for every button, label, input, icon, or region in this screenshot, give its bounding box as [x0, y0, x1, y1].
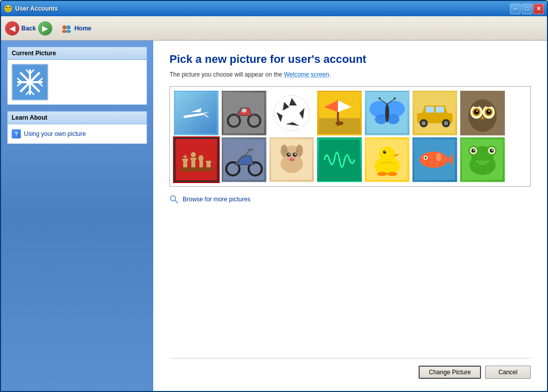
app-icon	[4, 5, 12, 13]
home-button[interactable]: Home	[60, 22, 91, 34]
description-text: The picture you choose will appear on th…	[169, 71, 284, 78]
svg-rect-107	[284, 150, 287, 150]
home-text[interactable]: Home	[75, 25, 91, 32]
toolbar: ◀ Back ▶ Home	[1, 16, 547, 41]
browse-link[interactable]: Browse for more pictures	[169, 195, 531, 204]
picture-item-car[interactable]	[413, 91, 457, 135]
forward-button[interactable]: ▶	[38, 21, 52, 35]
svg-point-143	[478, 160, 487, 165]
svg-point-68	[486, 110, 491, 115]
svg-point-103	[289, 154, 290, 155]
learn-about-section: Learn About ? Using your own picture	[7, 111, 147, 144]
picture-item-motorcycle[interactable]	[222, 91, 266, 135]
cancel-button[interactable]: Cancel	[485, 366, 531, 379]
search-icon	[169, 195, 179, 204]
picture-item-owl[interactable]	[460, 91, 505, 135]
picture-item-dirtbike[interactable]	[222, 137, 266, 182]
current-picture-section: Current Picture	[7, 47, 147, 105]
svg-point-141	[473, 150, 475, 151]
picture-item-fish[interactable]	[413, 137, 457, 182]
svg-point-41	[335, 121, 344, 125]
svg-point-69	[476, 111, 478, 112]
home-icon	[60, 22, 73, 34]
picture-item-airplane[interactable]	[174, 91, 219, 135]
maximize-button[interactable]: □	[522, 4, 532, 14]
svg-line-28	[252, 115, 254, 116]
title-bar: User Accounts ─ □ ✕	[1, 1, 547, 16]
svg-point-142	[492, 150, 493, 151]
svg-rect-19	[176, 93, 217, 133]
main-window: User Accounts ─ □ ✕ ◀ Back ▶ Home Cur	[0, 0, 548, 392]
svg-point-121	[387, 172, 397, 176]
svg-rect-95	[248, 149, 253, 151]
svg-point-120	[377, 172, 387, 176]
svg-point-116	[379, 147, 395, 163]
svg-point-51	[394, 97, 396, 99]
back-button[interactable]: ◀	[5, 21, 19, 35]
picture-item-butterfly[interactable]	[365, 91, 409, 135]
change-picture-button[interactable]: Change Picture	[419, 366, 481, 379]
svg-point-106	[289, 158, 294, 161]
picture-item-duck[interactable]	[365, 137, 409, 182]
description: The picture you choose will appear on th…	[169, 71, 531, 78]
svg-line-93	[253, 164, 255, 165]
picture-item-dog[interactable]	[269, 137, 314, 182]
svg-rect-77	[183, 160, 187, 167]
svg-point-50	[379, 97, 381, 99]
browse-text: Browse for more pictures	[183, 196, 250, 203]
picture-item-chess[interactable]	[174, 137, 219, 182]
svg-point-100	[296, 145, 303, 157]
current-picture-box	[12, 64, 48, 100]
svg-point-131	[436, 153, 441, 161]
svg-rect-80	[183, 156, 187, 157]
svg-rect-76	[180, 167, 213, 171]
svg-point-104	[295, 154, 296, 155]
svg-rect-86	[207, 162, 211, 167]
footer-buttons: Change Picture Cancel	[169, 358, 531, 379]
svg-rect-109	[284, 151, 287, 152]
svg-point-60	[444, 121, 448, 125]
svg-rect-87	[206, 161, 211, 163]
svg-rect-56	[436, 106, 444, 113]
svg-point-85	[198, 155, 203, 161]
svg-point-70	[489, 111, 490, 112]
picture-grid	[170, 87, 530, 186]
main-content: Current Picture	[1, 41, 547, 391]
learn-about-body: ? Using your own picture	[8, 124, 147, 144]
picture-item-soccer[interactable]	[269, 91, 314, 135]
svg-point-0	[5, 5, 12, 12]
minimize-button[interactable]: ─	[510, 4, 521, 14]
picture-item-beach[interactable]	[317, 91, 362, 135]
svg-point-4	[66, 25, 71, 29]
picture-item-wave[interactable]	[317, 137, 362, 182]
page-title: Pick a new picture for user's account	[169, 53, 531, 66]
learn-about-item[interactable]: ? Using your own picture	[12, 128, 143, 139]
title-bar-buttons: ─ □ ✕	[510, 4, 544, 14]
content-area: Pick a new picture for user's account Th…	[153, 41, 547, 391]
svg-point-29	[242, 109, 247, 113]
welcome-screen-link[interactable]: Welcome screen	[284, 71, 329, 78]
svg-point-6	[66, 30, 71, 33]
svg-rect-82	[190, 158, 196, 160]
svg-rect-108	[296, 150, 299, 150]
current-picture-header: Current Picture	[8, 47, 147, 60]
picture-item-frog[interactable]	[460, 137, 505, 182]
svg-rect-81	[191, 159, 195, 167]
title-bar-left: User Accounts	[4, 5, 58, 13]
svg-rect-37	[319, 118, 360, 133]
svg-point-118	[383, 151, 386, 154]
svg-rect-84	[199, 161, 203, 167]
current-picture-body	[8, 60, 147, 104]
close-button[interactable]: ✕	[533, 4, 544, 14]
svg-rect-110	[296, 151, 299, 152]
back-text[interactable]: Back	[21, 25, 36, 32]
picture-grid-container[interactable]	[169, 86, 531, 187]
sidebar: Current Picture	[1, 41, 153, 391]
svg-point-3	[62, 25, 66, 29]
window-title: User Accounts	[15, 5, 58, 12]
svg-point-83	[191, 152, 196, 157]
svg-rect-55	[426, 106, 434, 113]
svg-point-58	[422, 121, 426, 125]
learn-link[interactable]: Using your own picture	[24, 130, 86, 137]
svg-point-2	[9, 7, 11, 9]
